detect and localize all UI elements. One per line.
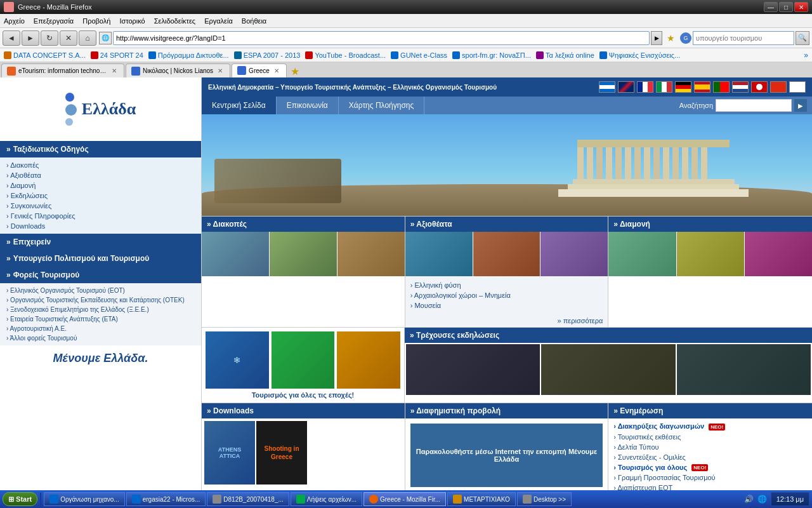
bookmarks-more[interactable]: » [804,51,808,60]
stop-button[interactable]: ✕ [60,30,77,46]
menu-view[interactable]: Προβολή [82,17,110,25]
info-link-5[interactable]: Γραμμή Προστασίας Τουρισμού [613,472,807,483]
vakations-header[interactable]: Διακοπές [202,217,405,232]
menu-history[interactable]: Ιστορικό [119,17,145,25]
taskbar-item-2[interactable]: D812B_20070418_... [207,492,289,506]
sidebar-link-transport[interactable]: Συγκοινωνίες [6,201,195,211]
sights-link-1[interactable]: Αρχαιολογικοί χώροι – Μνημεία [410,290,603,300]
minimize-button[interactable]: — [764,2,778,12]
bookmark-star[interactable]: ★ [664,31,678,45]
bookmark-4[interactable]: YouTube - Broadcast... [305,51,386,59]
bookmark-1[interactable]: 24 SPORT 24 [91,51,143,59]
events-header[interactable]: Τρέχουσες εκδηλώσεις [405,328,812,343]
info-link-0[interactable]: Διακηρύξεις διαγωνισμών NEO! [613,421,807,432]
site-search-input[interactable] [716,99,792,112]
sidebar-link-events[interactable]: Εκδηλώσεις [6,190,195,201]
downloads-header[interactable]: Downloads [202,403,405,418]
bookmark-5[interactable]: GUNet e-Class [391,51,447,59]
menu-edit[interactable]: Επεξεργασία [34,17,74,25]
sidebar-link-vakations[interactable]: Διακοπές [6,160,195,170]
bookmark-0[interactable]: DATA CONCEPT S.A... [4,51,86,59]
taskbar-item-5[interactable]: ΜΕΤΑΡΤΙΧΙΑΚΟ [447,492,516,506]
sidebar-org-link-2[interactable]: Ξενοδοχειακό Επιμελητήριο της Ελλάδος (Ξ… [6,305,195,314]
tray-icon-1[interactable]: 🔊 [744,495,754,504]
taskbar-item-3[interactable]: Λήψεις αρχείων... [291,492,362,506]
start-button[interactable]: ⊞ Start [3,492,37,506]
browser-search-input[interactable] [693,31,794,45]
info-header[interactable]: Ενημέρωση [608,403,812,418]
sidebar-link-info[interactable]: Γενικές Πληροφορίες [6,211,195,221]
site-search-button[interactable]: ▶ [794,99,807,112]
back-button[interactable]: ◄ [3,30,20,46]
stay-header[interactable]: Διαμονή [608,217,812,232]
home-button[interactable]: ⌂ [79,30,96,46]
sidebar-org-link-5[interactable]: Άλλοι φορείς Τουρισμού [6,333,195,343]
sidebar-org-link-4[interactable]: Αγροτουριστική Α.Ε. [6,324,195,333]
info-link-3[interactable]: Συνεντεύξεις - Ομιλίες [613,452,807,462]
reload-button[interactable]: ↻ [41,30,58,46]
address-input[interactable] [113,31,650,45]
adv-banner[interactable]: Παρακολουθήστε μέσω Internet την εκπομπή… [410,424,603,487]
menu-bookmarks[interactable]: Σελιδοδείκτες [154,17,195,25]
sidebar-link-downloads[interactable]: Downloads [6,221,195,231]
sights-more-link[interactable]: περισσότερα [558,317,603,324]
flag-netherlands[interactable] [732,81,749,93]
flag-korea[interactable] [789,81,806,93]
site-nav-map[interactable]: Χάρτης Πλοήγησης [339,97,425,114]
info-link-6[interactable]: Διαπίστευση ΕΟΤ [613,483,807,490]
tab-close-1[interactable]: ✕ [216,67,225,76]
flag-germany[interactable] [675,81,691,93]
bookmark-6[interactable]: sport-fm.gr: NovaΣΠ... [452,51,531,59]
sidebar-section-ministry[interactable]: » Υπουργείο Πολιτισμού και Τουρισμού [0,250,201,267]
browser-search-button[interactable]: 🔍 [796,31,809,45]
sidebar-org-link-0[interactable]: Ελληνικός Οργανισμός Τουρισμού (ΕΟΤ) [6,286,195,295]
flag-uk[interactable] [618,81,634,93]
bookmark-2[interactable]: Πρόγραμμα Δικτυοθε... [148,51,229,59]
sidebar-section-business[interactable]: » Επιχειρείν [0,234,201,250]
sidebar-org-link-1[interactable]: Οργανισμός Τουριστικής Εκπαίδευσης και Κ… [6,295,195,305]
go-button[interactable]: ▶ [651,31,662,45]
tab-close-2[interactable]: ✕ [272,66,281,75]
menu-tools[interactable]: Εργαλεία [204,17,233,25]
bookmark-3[interactable]: ESPA 2007 - 2013 [234,51,301,59]
info-link-4[interactable]: Τουρισμός για όλους NEO! [613,462,807,473]
tab-close-0[interactable]: ✕ [110,67,119,76]
menu-file[interactable]: Αρχείο [4,17,25,25]
info-link-1[interactable]: Τουριστικές εκθέσεις [613,432,807,442]
taskbar-item-1[interactable]: ergasia22 - Micros... [126,492,206,506]
flag-japan[interactable] [751,81,768,93]
sidebar-link-sights[interactable]: Αξιοθέατα [6,170,195,180]
tab-2[interactable]: Greece ✕ [232,64,287,77]
sights-link-0[interactable]: Ελληνική φύση [410,280,603,290]
menu-help[interactable]: Βοήθεια [242,17,266,25]
taskbar-item-6[interactable]: Desktop >> [517,492,572,506]
taskbar-item-0[interactable]: Οργάνωση μηχανο... [44,492,125,506]
sights-section: Αξιοθέατα Ελληνική φύση Αρχαιολογικοί χώ… [405,217,609,327]
site-nav-home[interactable]: Κεντρική Σελίδα [202,97,277,114]
forward-button[interactable]: ► [22,30,39,46]
flag-italy[interactable] [656,81,672,93]
sidebar-org-link-3[interactable]: Εταιρεία Τουριστικής Ανάπτυξης (ΕΤΑ) [6,314,195,324]
tray-icon-2[interactable]: 🌐 [757,495,767,504]
flag-china[interactable] [770,81,787,93]
flag-greece[interactable] [599,81,615,93]
tab-1[interactable]: Νικόλαος | Nickos Lianos ✕ [126,64,230,77]
taskbar-item-4[interactable]: Greece - Mozilla Fir... [363,492,446,506]
maximize-button[interactable]: □ [779,2,793,12]
flag-spain[interactable] [694,81,710,93]
flag-france[interactable] [637,81,653,93]
tab-star[interactable]: ★ [291,65,299,77]
info-link-2[interactable]: Δελτία Τύπου [613,442,807,452]
adv-header[interactable]: Διαφημιστική προβολή [405,403,608,418]
sidebar-section-travel[interactable]: » Ταξιδιωτικός Οδηγός [0,141,201,157]
sidebar-section-organizations[interactable]: » Φορείς Τουρισμού [0,267,201,283]
bookmark-7[interactable]: Τα λεξικά online [536,51,594,59]
flag-portugal[interactable] [713,81,730,93]
site-nav-contact[interactable]: Επικοινωνία [277,97,339,114]
bookmark-8[interactable]: Ψηφιακές Ενισχύσεις... [599,51,680,59]
sights-header[interactable]: Αξιοθέατα [405,217,608,232]
sights-link-2[interactable]: Μουσεία [410,300,603,311]
tab-0[interactable]: eTourism: information technology for... … [1,64,124,77]
close-button[interactable]: ✕ [794,2,808,12]
sidebar-link-stay[interactable]: Διαμονή [6,180,195,190]
